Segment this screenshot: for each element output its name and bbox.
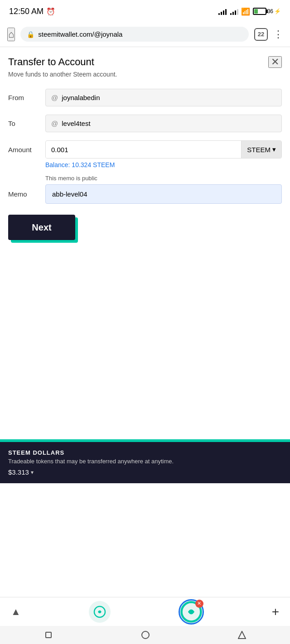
svg-point-3 xyxy=(188,609,193,614)
memo-public-label: This memo is public xyxy=(45,175,282,182)
dialog-header: Transfer to Account ✕ xyxy=(8,56,282,68)
battery-percent: 36 xyxy=(267,8,273,14)
status-bar: 12:50 AM ⏰ 📶 36 ⚡ xyxy=(0,0,290,22)
to-label: To xyxy=(8,120,40,127)
battery-indicator: 36 ⚡ xyxy=(253,8,281,15)
app-icon-1[interactable] xyxy=(89,601,111,623)
next-button-label: Next xyxy=(32,222,51,233)
svg-point-1 xyxy=(98,610,101,613)
amount-section: Amount STEEM ▾ Balance: 10.324 STEEM xyxy=(8,140,282,168)
bottom-nav: ▲ ✕ + xyxy=(0,597,290,626)
amount-label: Amount xyxy=(8,146,40,154)
from-row: From @ joynalabedin xyxy=(8,89,282,106)
bottom-section-description: Tradeable tokens that may be transferred… xyxy=(8,458,282,465)
memo-label: Memo xyxy=(8,190,40,198)
bolt-icon: ⚡ xyxy=(274,8,281,14)
bottom-dark-section: STEEM DOLLARS Tradeable tokens that may … xyxy=(0,442,290,483)
memo-row: Memo xyxy=(8,184,282,204)
lock-icon: 🔒 xyxy=(27,31,34,38)
from-value: joynalabedin xyxy=(62,94,100,101)
bottom-section-value[interactable]: $3.313 ▾ xyxy=(8,468,282,476)
empty-space xyxy=(0,249,290,439)
url-text: steemitwallet.com/@joynala xyxy=(38,30,242,38)
currency-label: STEEM xyxy=(247,146,271,154)
signal-bars-1 xyxy=(218,8,227,15)
svg-marker-6 xyxy=(238,631,246,639)
android-recents-button[interactable] xyxy=(238,631,246,639)
close-badge[interactable]: ✕ xyxy=(195,600,203,608)
currency-select[interactable]: STEEM ▾ xyxy=(241,141,281,158)
currency-dropdown-arrow: ▾ xyxy=(272,145,276,154)
android-nav xyxy=(0,626,290,644)
wifi-icon: 📶 xyxy=(241,7,250,16)
amount-row: Amount STEEM ▾ xyxy=(8,140,282,159)
address-bar[interactable]: 🔒 steemitwallet.com/@joynala xyxy=(20,27,249,42)
home-button[interactable]: ⌂ xyxy=(7,28,15,41)
close-button[interactable]: ✕ xyxy=(268,56,282,68)
svg-point-5 xyxy=(142,631,149,639)
alarm-icon: ⏰ xyxy=(46,7,55,16)
teal-accent-bar xyxy=(0,439,290,442)
tab-count: 22 xyxy=(258,31,264,38)
balance-text[interactable]: Balance: 10.324 STEEM xyxy=(45,161,282,168)
to-value: level4test xyxy=(62,120,90,127)
status-icons: 📶 36 ⚡ xyxy=(218,7,281,16)
status-time: 12:50 AM ⏰ xyxy=(9,7,55,16)
android-home-button[interactable] xyxy=(141,630,150,639)
next-button-container[interactable]: Next xyxy=(8,215,75,240)
from-label: From xyxy=(8,94,40,101)
app-icon-2-active[interactable]: ✕ xyxy=(179,599,204,625)
from-input[interactable]: @ joynalabedin xyxy=(45,89,282,106)
dialog-title: Transfer to Account xyxy=(8,56,94,68)
steem-dollars-value: $3.313 xyxy=(8,468,29,476)
bottom-section-title: STEEM DOLLARS xyxy=(8,449,282,456)
amount-input-group: STEEM ▾ xyxy=(45,140,282,159)
to-row: To @ level4test xyxy=(8,115,282,132)
back-nav-button[interactable]: ▲ xyxy=(11,606,21,618)
steem-icon-1 xyxy=(93,606,106,618)
browser-bar: ⌂ 🔒 steemitwallet.com/@joynala 22 ⋮ xyxy=(0,22,290,47)
time-display: 12:50 AM xyxy=(9,7,44,16)
home-icon xyxy=(141,630,150,639)
at-symbol-to: @ xyxy=(51,120,58,127)
signal-bars-2 xyxy=(230,8,238,15)
value-dropdown-arrow: ▾ xyxy=(31,469,34,476)
memo-input[interactable] xyxy=(45,184,282,204)
to-input[interactable]: @ level4test xyxy=(45,115,282,132)
tab-count-badge[interactable]: 22 xyxy=(254,28,268,41)
main-content: Transfer to Account ✕ Move funds to anot… xyxy=(0,47,290,249)
at-symbol-from: @ xyxy=(51,94,58,101)
amount-input[interactable] xyxy=(46,141,241,158)
add-tab-button[interactable]: + xyxy=(272,605,279,619)
recents-icon xyxy=(238,631,246,639)
browser-menu-button[interactable]: ⋮ xyxy=(273,29,283,40)
memo-section: This memo is public Memo xyxy=(8,175,282,204)
svg-rect-4 xyxy=(46,632,51,638)
back-icon xyxy=(44,630,53,639)
dialog-subtitle: Move funds to another Steem account. xyxy=(8,71,282,78)
next-button[interactable]: Next xyxy=(8,215,75,240)
android-back-button[interactable] xyxy=(44,630,53,639)
